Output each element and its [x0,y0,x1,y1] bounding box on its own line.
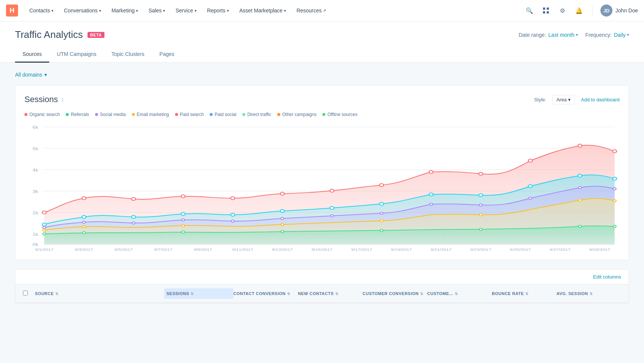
legend-other-campaigns: Other campaigns [277,112,316,117]
svg-text:9/1/2017: 9/1/2017 [35,247,53,251]
th-custome: CUSTOME... ⇅ [427,291,492,296]
tab-utm-campaigns[interactable]: UTM Campaigns [49,47,104,63]
svg-point-69 [380,229,383,232]
add-to-dashboard-button[interactable]: Add to dashboard [581,97,620,102]
select-all-checkbox[interactable] [23,291,30,297]
svg-text:9/25/2017: 9/25/2017 [510,247,531,251]
svg-point-28 [528,159,532,162]
data-table: Edit columns SOURCE ⇅ SESSIONS ⇅ CONTACT… [15,269,629,303]
search-button[interactable]: 🔍 [523,5,535,17]
style-dropdown[interactable]: Area ▾ [552,95,575,104]
nav-asset-marketplace[interactable]: Asset Marketplace ▾ [234,0,291,21]
svg-text:3k: 3k [33,189,39,194]
svg-text:9/17/2017: 9/17/2017 [351,247,372,251]
svg-text:9/5/2017: 9/5/2017 [115,247,133,251]
svg-point-36 [280,209,284,212]
tab-pages[interactable]: Pages [152,47,182,63]
style-label: Style: [534,97,546,102]
svg-point-34 [181,212,185,215]
svg-point-24 [330,189,334,192]
svg-point-33 [132,215,136,218]
legend-dot [132,113,135,116]
svg-point-60 [281,223,284,226]
sort-icon[interactable]: ⇅ [590,292,593,296]
svg-point-56 [613,188,616,190]
chevron-down-icon: ▾ [576,33,578,37]
svg-point-47 [181,219,184,221]
sort-icon[interactable]: ⇅ [55,292,59,296]
sort-icon[interactable]: ⇅ [335,292,339,296]
sessions-card: Sessions ↕ Style: Area ▾ Add to dashboar… [15,85,629,260]
nav-conversations[interactable]: Conversations ▾ [59,0,106,21]
svg-text:9/9/2017: 9/9/2017 [194,247,212,251]
page-title: Traffic Analytics [15,29,83,41]
beta-badge: BETA [88,32,104,38]
domain-filter[interactable]: All domains ▾ [15,72,629,78]
frequency-dropdown[interactable]: Daily ▾ [614,32,629,38]
svg-point-55 [578,187,581,189]
svg-point-37 [330,206,334,209]
svg-point-44 [43,226,46,229]
chevron-down-icon: ▾ [284,9,286,13]
chevron-down-icon: ▾ [51,9,53,13]
nav-contacts[interactable]: Contacts ▾ [24,0,59,21]
page-title-row: Traffic Analytics BETA Date range: Last … [15,29,629,41]
svg-point-25 [379,184,384,187]
sort-icon: ↕ [61,96,64,103]
legend-dot [242,113,245,116]
svg-text:0k: 0k [33,242,39,247]
page-controls: Date range: Last month ▾ Frequency: Dail… [519,32,629,38]
svg-point-43 [613,177,617,180]
svg-point-67 [181,231,184,233]
user-menu[interactable]: JD John Doe [600,5,638,17]
date-range-dropdown[interactable]: Last month ▾ [549,32,578,38]
tab-topic-clusters[interactable]: Topic Clusters [104,47,152,63]
sessions-controls: Style: Area ▾ Add to dashboard [534,95,620,104]
legend-paid-search: Paid search [175,112,204,117]
marketplace-icon-button[interactable] [540,5,552,17]
chart-legend: Organic search Referrals Social media Em… [24,112,620,117]
nav-reports[interactable]: Reports ▾ [202,0,234,21]
top-navigation: H Contacts ▾ Conversations ▾ Marketing ▾… [0,0,644,21]
legend-email-marketing: Email marketing [132,112,169,117]
main-content: All domains ▾ Sessions ↕ Style: Area ▾ A… [0,63,644,312]
checkbox-input[interactable] [23,291,28,295]
legend-organic-search: Organic search [24,112,60,117]
svg-rect-3 [547,11,549,14]
svg-point-41 [528,185,532,188]
sort-icon[interactable]: ⇅ [455,292,458,296]
hubspot-logo[interactable]: H [6,5,18,17]
legend-dot [24,113,27,116]
svg-point-27 [479,172,483,175]
sort-icon[interactable]: ⇅ [525,292,529,296]
chevron-down-icon: ▾ [627,33,629,37]
svg-point-23 [280,192,284,195]
svg-point-68 [281,230,284,233]
tab-sources[interactable]: Sources [15,47,49,63]
svg-text:9/21/2017: 9/21/2017 [431,247,452,251]
svg-point-72 [613,225,616,227]
sort-icon[interactable]: ⇅ [420,292,423,296]
svg-text:9/29/2017: 9/29/2017 [589,247,610,251]
settings-button[interactable]: ⚙ [556,5,568,17]
date-range-label: Date range: [519,32,546,38]
svg-point-32 [82,215,86,218]
chevron-down-icon: ▾ [227,9,229,13]
nav-service[interactable]: Service ▾ [170,0,202,21]
sort-icon[interactable]: ⇅ [190,292,194,296]
sort-icon[interactable]: ⇅ [287,292,290,296]
nav-sales[interactable]: Sales ▾ [143,0,170,21]
chevron-down-icon: ▾ [99,9,101,13]
avatar: JD [600,5,612,17]
edit-columns-button[interactable]: Edit columns [593,274,621,280]
th-new-contacts: NEW CONTACTS ⇅ [298,291,363,296]
legend-dot [322,113,325,116]
nav-resources[interactable]: Resources ↗ [291,0,331,21]
svg-text:9/13/2017: 9/13/2017 [272,247,293,251]
svg-point-61 [380,220,383,222]
nav-marketing[interactable]: Marketing ▾ [106,0,143,21]
notifications-button[interactable]: 🔔 [573,5,585,17]
svg-text:9/3/2017: 9/3/2017 [75,247,93,251]
th-contact-conversion: CONTACT CONVERSION ⇅ [233,291,298,296]
legend-dot [175,113,178,116]
